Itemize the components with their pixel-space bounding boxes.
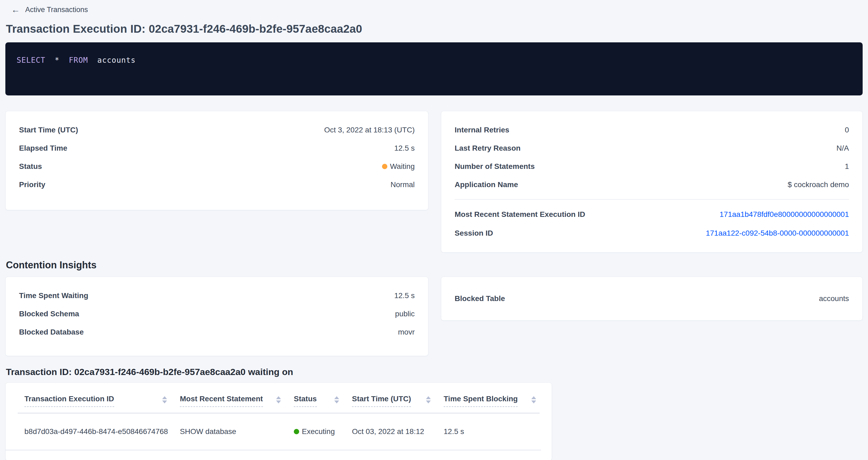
number-of-statements-label: Number of Statements	[455, 162, 535, 171]
start-time-label: Start Time (UTC)	[19, 126, 78, 134]
overview-card-left: Start Time (UTC) Oct 3, 2022 at 18:13 (U…	[5, 111, 428, 210]
back-link-active-transactions[interactable]: ← Active Transactions	[5, 4, 863, 16]
back-arrow-icon: ←	[11, 5, 20, 14]
blocked-database-label: Blocked Database	[19, 328, 84, 336]
column-label: Status	[294, 395, 317, 407]
row-session-id: Session ID 171aa122-c092-54b8-0000-00000…	[455, 224, 849, 243]
row-blocked-schema: Blocked Schema public	[19, 305, 415, 323]
row-internal-retries: Internal Retries 0	[455, 121, 849, 139]
sort-icon	[334, 396, 339, 403]
blocked-schema-label: Blocked Schema	[19, 310, 79, 318]
blocked-table-value: accounts	[819, 294, 849, 303]
cell-transaction-execution-id: b8d7d03a-d497-446b-8474-e50846674768	[24, 427, 180, 436]
card-divider	[455, 199, 849, 200]
session-id-link[interactable]: 171aa122-c092-54b8-0000-000000000001	[706, 229, 849, 238]
back-link-label: Active Transactions	[25, 6, 88, 14]
overview-card-right: Internal Retries 0 Last Retry Reason N/A…	[441, 111, 863, 252]
column-header-most-recent-statement[interactable]: Most Recent Statement	[180, 395, 294, 407]
sql-statement-box: SELECT * FROM accounts	[5, 42, 863, 95]
status-label: Status	[19, 162, 42, 171]
cell-time-spent-blocking: 12.5 s	[444, 427, 530, 436]
statement-execution-id-label: Most Recent Statement Execution ID	[455, 210, 585, 219]
row-blocked-database: Blocked Database movr	[19, 323, 415, 341]
row-number-of-statements: Number of Statements 1	[455, 157, 849, 176]
sort-icon	[162, 396, 167, 403]
sql-keyword-select: SELECT	[17, 56, 45, 65]
contention-card-right: Blocked Table accounts	[441, 277, 863, 320]
column-header-start-time[interactable]: Start Time (UTC)	[352, 395, 444, 407]
transaction-details-page: ← Active Transactions Transaction Execut…	[0, 0, 868, 460]
column-label: Transaction Execution ID	[24, 395, 114, 407]
sql-keyword-from: FROM	[69, 56, 88, 65]
elapsed-time-value: 12.5 s	[394, 144, 415, 153]
column-header-transaction-execution-id[interactable]: Transaction Execution ID	[24, 395, 180, 407]
cell-start-time: Oct 03, 2022 at 18:12	[352, 427, 444, 436]
number-of-statements-value: 1	[845, 162, 849, 171]
row-statement-execution-id: Most Recent Statement Execution ID 171aa…	[455, 205, 849, 224]
contention-cards: Time Spent Waiting 12.5 s Blocked Schema…	[5, 277, 863, 356]
sort-icon	[426, 396, 431, 403]
waiting-on-table-header: Transaction Execution ID Most Recent Sta…	[6, 383, 552, 407]
row-status: Status Waiting	[19, 157, 415, 176]
row-time-spent-waiting: Time Spent Waiting 12.5 s	[19, 286, 415, 305]
row-blocked-table: Blocked Table accounts	[455, 289, 849, 308]
last-retry-reason-label: Last Retry Reason	[455, 144, 521, 153]
waiting-on-heading: Transaction ID: 02ca7931-f246-469b-b2fe-…	[5, 367, 863, 377]
row-last-retry-reason: Last Retry Reason N/A	[455, 139, 849, 157]
row-priority: Priority Normal	[19, 176, 415, 194]
column-header-time-spent-blocking[interactable]: Time Spent Blocking	[444, 395, 541, 407]
sort-icon	[531, 396, 536, 403]
cell-status: Executing	[294, 427, 352, 436]
application-name-label: Application Name	[455, 180, 518, 189]
sql-table-name: accounts	[97, 56, 136, 65]
status-value-text: Waiting	[390, 162, 415, 171]
sql-statement: SELECT * FROM accounts	[17, 56, 851, 65]
sort-icon	[276, 396, 281, 403]
internal-retries-value: 0	[845, 126, 849, 134]
blocked-schema-value: public	[395, 310, 415, 318]
row-application-name: Application Name $ cockroach demo	[455, 176, 849, 194]
start-time-value: Oct 3, 2022 at 18:13 (UTC)	[324, 126, 415, 134]
statement-execution-id-link[interactable]: 171aa1b478fdf0e80000000000000001	[719, 210, 849, 219]
blocked-database-value: movr	[398, 328, 415, 336]
status-waiting-dot-icon	[382, 164, 388, 169]
session-id-label: Session ID	[455, 229, 493, 238]
internal-retries-label: Internal Retries	[455, 126, 509, 134]
cell-most-recent-statement: SHOW database	[180, 427, 294, 436]
elapsed-time-label: Elapsed Time	[19, 144, 67, 153]
column-label: Most Recent Statement	[180, 395, 263, 407]
overview-cards: Start Time (UTC) Oct 3, 2022 at 18:13 (U…	[5, 111, 863, 252]
column-label: Start Time (UTC)	[352, 395, 411, 407]
blocked-table-label: Blocked Table	[455, 294, 505, 303]
priority-value: Normal	[391, 180, 415, 189]
priority-label: Priority	[19, 180, 45, 189]
contention-insights-heading: Contention Insights	[5, 259, 863, 271]
status-value: Waiting	[382, 162, 415, 171]
waiting-on-table: Transaction Execution ID Most Recent Sta…	[5, 382, 552, 460]
page-title: Transaction Execution ID: 02ca7931-f246-…	[5, 23, 863, 35]
column-label: Time Spent Blocking	[444, 395, 518, 407]
time-spent-waiting-label: Time Spent Waiting	[19, 292, 88, 300]
row-elapsed-time: Elapsed Time 12.5 s	[19, 139, 415, 157]
column-header-status[interactable]: Status	[294, 395, 352, 407]
sql-star: *	[55, 56, 60, 65]
time-spent-waiting-value: 12.5 s	[394, 292, 415, 300]
row-start-time: Start Time (UTC) Oct 3, 2022 at 18:13 (U…	[19, 121, 415, 139]
table-row: b8d7d03a-d497-446b-8474-e50846674768 SHO…	[6, 413, 541, 450]
cell-status-text: Executing	[302, 427, 335, 436]
last-retry-reason-value: N/A	[836, 144, 849, 153]
status-executing-dot-icon	[294, 429, 299, 434]
application-name-value: $ cockroach demo	[787, 180, 849, 189]
contention-card-left: Time Spent Waiting 12.5 s Blocked Schema…	[5, 277, 428, 356]
